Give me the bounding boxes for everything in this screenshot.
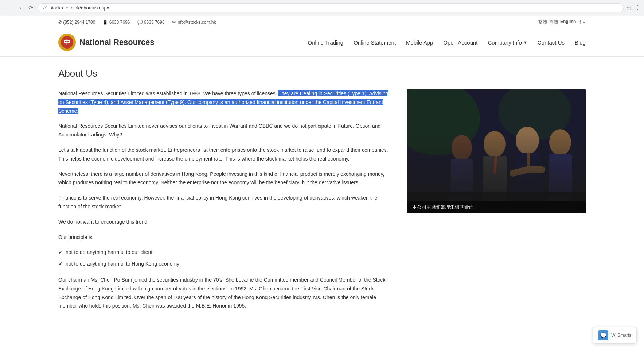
security-icon: ☍ [43,5,47,11]
photo-container: 本公司主席和總理朱鎔基會面 [407,89,586,213]
photo-svg [407,89,586,213]
svg-point-3 [452,135,472,161]
paragraph-5: Finance is to serve the real economy. Ho… [58,194,389,211]
svg-rect-8 [515,153,540,204]
paragraph-2: National Resources Securities Limited ne… [58,122,389,139]
lang-traditional[interactable]: 繁體 [538,19,547,25]
logo-symbol: 中 [61,36,73,49]
phone-icon: ✆ [58,20,62,25]
phone-number: ✆ (852) 2944 1700 [58,20,95,25]
svg-line-13 [513,170,527,173]
paragraph-1: National Resources Securities Limited wa… [58,89,389,115]
p1-before: National Resources Securities Limited wa… [58,90,278,96]
nav-blog[interactable]: Blog [575,39,586,46]
back-button[interactable]: ← [4,3,12,13]
reload-button[interactable]: ⟳ [27,3,35,13]
nav-company-info[interactable]: Company Info ▼ [488,39,527,46]
top-info-bar: ✆ (852) 2944 1700 📱 6633 7696 💬 6633 769… [0,16,644,28]
chairman-paragraph: Our chairman Ms. Chen Po Sum joined the … [58,276,389,310]
principle-2: not to do anything harmful to Hong Kong … [58,260,389,269]
paragraph-4: Nevertheless, there is a large number of… [58,170,389,188]
page-title: About Us [58,68,586,79]
svg-point-7 [516,127,539,154]
forward-button[interactable]: → [15,3,24,13]
nav-mobile-app[interactable]: Mobile App [406,39,433,46]
url-text: stocks.com.hk/aboutus.aspx [50,5,618,11]
address-bar[interactable]: ☍ stocks.com.hk/aboutus.aspx [38,3,624,12]
whatsapp-number: 📱 6633 7696 [102,20,130,25]
site-name: National Resources [79,38,154,47]
main-content: About Us National Resources Securities L… [0,57,644,328]
social-icons: f ● [579,20,586,25]
paragraph-6: We do not want to encourage this trend. [58,218,389,227]
main-nav: Online Trading Online Statement Mobile A… [308,39,586,46]
paragraph-7: Our principle is [58,233,389,242]
photo [407,89,586,213]
chat-widget[interactable]: 💬 WilSmarts [593,327,637,328]
language-selector[interactable]: 繁體 簡體 English [538,19,576,25]
svg-rect-4 [451,159,473,202]
svg-rect-10 [549,154,572,203]
facebook-icon[interactable]: f [579,20,581,25]
paragraph-3: Let's talk about the function of the sto… [58,146,389,163]
lang-english[interactable]: English [560,19,576,25]
svg-point-1 [407,89,480,155]
wechat-icon: 💬 [137,20,143,25]
language-social: 繁體 簡體 English f ● [538,19,586,25]
svg-rect-6 [483,156,507,203]
nav-open-account[interactable]: Open Account [443,39,477,46]
nav-online-statement[interactable]: Online Statement [354,39,396,46]
principle-list: not to do anything harmful to our client… [58,248,389,269]
dropdown-icon: ▼ [523,40,527,45]
browser-actions: ☆ ⋮ [627,4,640,11]
nav-contact-us[interactable]: Contact Us [538,39,565,46]
svg-marker-12 [526,153,530,173]
nav-online-trading[interactable]: Online Trading [308,39,344,46]
wechat-number: 💬 6633 7696 [137,20,165,25]
logo[interactable]: 中 National Resources [58,34,154,51]
menu-icon[interactable]: ⋮ [635,4,640,11]
content-layout: National Resources Securities Limited wa… [58,89,586,317]
site-header: 中 National Resources Online Trading Onli… [0,28,644,57]
bookmark-icon[interactable]: ☆ [627,4,632,11]
email-address: ✉ info@stocks.com.hk [172,20,216,25]
whatsapp-icon: 📱 [102,20,108,25]
weibo-icon[interactable]: ● [583,20,586,25]
photo-caption: 本公司主席和總理朱鎔基會面 [407,201,586,213]
text-column: National Resources Securities Limited wa… [58,89,389,317]
image-column: 本公司主席和總理朱鎔基會面 [407,89,586,213]
logo-icon: 中 [58,34,76,51]
email-icon: ✉ [172,20,176,25]
svg-marker-11 [493,156,497,173]
lang-simplified[interactable]: 簡體 [549,19,558,25]
contact-info: ✆ (852) 2944 1700 📱 6633 7696 💬 6633 769… [58,20,216,25]
svg-point-5 [484,131,506,157]
browser-chrome: ← → ⟳ ☍ stocks.com.hk/aboutus.aspx ☆ ⋮ [0,0,644,16]
principle-1: not to do anything harmful to our client [58,248,389,257]
svg-point-9 [549,129,571,155]
